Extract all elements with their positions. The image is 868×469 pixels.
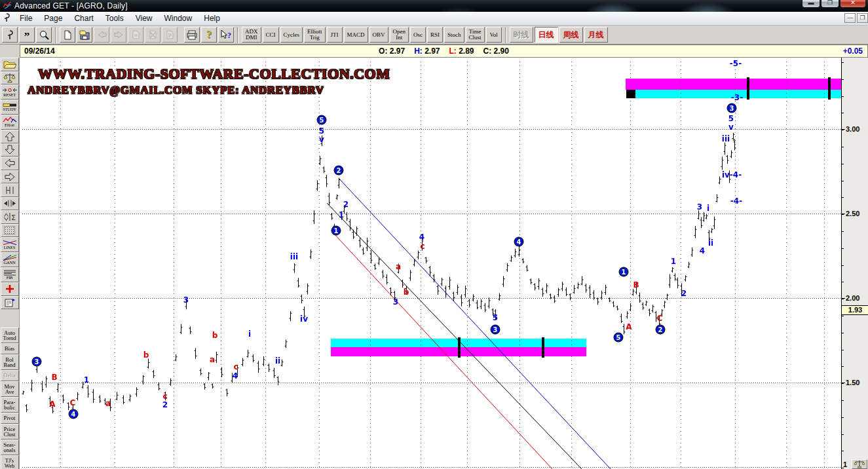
wave-label-3: 3	[183, 295, 189, 305]
wave-label-iii: iii	[722, 134, 730, 143]
zoom-button[interactable]	[36, 27, 52, 43]
elliott-trig-button[interactable]: ElliottTrig	[304, 27, 326, 43]
macd-button[interactable]: MACD	[344, 27, 368, 43]
menu-page[interactable]: Page	[38, 12, 68, 24]
scroll-up-button[interactable]	[1, 130, 19, 143]
tjs-web-button[interactable]: TJ'sWeb	[1, 455, 19, 469]
wave-label-B: B	[51, 373, 57, 382]
timeframe-weekly-button[interactable]: 周线	[559, 27, 583, 43]
osc-button[interactable]: Osc	[410, 27, 426, 43]
arrow-right-icon	[113, 30, 124, 39]
wave-label-1: 1	[671, 257, 676, 266]
scroll-left-button[interactable]	[1, 157, 19, 170]
quotes-button[interactable]: ”	[19, 27, 35, 43]
scroll-down-button[interactable]	[1, 143, 19, 157]
wave-label-2-circled: 2	[656, 325, 666, 335]
context-help-button[interactable]: ?	[218, 27, 234, 43]
wave-label-5: 5	[493, 313, 498, 322]
wave-label-v: v	[728, 122, 734, 132]
bias-button[interactable]: Bias	[1, 343, 19, 354]
study-button[interactable]: STUDY	[1, 100, 19, 115]
menu-file[interactable]: File	[14, 12, 38, 24]
elliott-button[interactable]: Elliott	[1, 115, 19, 130]
last-price-tag: 1.93	[842, 305, 868, 315]
crosshair-button[interactable]	[1, 282, 19, 296]
close-button[interactable]: ✕	[840, 0, 866, 8]
jti-button[interactable]: JTI	[327, 27, 343, 43]
adx-dmi-button[interactable]: ADXDMI	[242, 27, 261, 43]
title-bar: Advanced GET - [AGRO, Daily] ▬ ❐ ✕	[0, 0, 868, 12]
new-page-button[interactable]	[60, 27, 75, 43]
delta-button[interactable]: Delta	[1, 370, 19, 381]
open-chart-button[interactable]	[1, 58, 19, 71]
timeframe-daily-button[interactable]: 日线	[535, 27, 558, 43]
split-sigma-icon: Σ	[3, 212, 16, 221]
insert-page-button[interactable]	[162, 27, 178, 43]
scales-icon	[3, 73, 16, 83]
rsi-button[interactable]: RSI	[427, 27, 443, 43]
split-summary-button[interactable]: Σ	[1, 210, 19, 224]
cci-button[interactable]: CCI	[263, 27, 279, 43]
mov-ave-button[interactable]: MovAve	[1, 381, 19, 397]
wave-label--5-: -5-	[730, 59, 742, 68]
cycles-button[interactable]: Cycles	[280, 27, 303, 43]
vol-button[interactable]: Vol	[486, 27, 502, 43]
print-button[interactable]	[184, 27, 200, 43]
wave-label-c: c	[420, 242, 425, 251]
menu-chart[interactable]: Chart	[68, 12, 99, 24]
grid-button[interactable]	[1, 224, 19, 238]
tool-sidebar: RESETSTUDYElliottΣLINESGANNFIBAutoTrendB…	[0, 58, 20, 469]
svg-text:Σ: Σ	[11, 214, 16, 222]
scales-button[interactable]	[1, 71, 19, 85]
wave-label-iv: iv	[300, 314, 308, 324]
quote-high: 2.97	[425, 47, 440, 56]
parabolic-button[interactable]: Para-bolic	[1, 397, 19, 413]
chart-surface[interactable]	[20, 58, 841, 469]
maximize-button[interactable]: ❐	[821, 0, 839, 8]
scales-status-icon[interactable]	[852, 459, 867, 469]
obv-button[interactable]: OBV	[369, 27, 388, 43]
open-int-button[interactable]: OpenInt	[390, 27, 409, 43]
timeframe-intraday-button[interactable]: 时线	[510, 27, 533, 43]
scroll-right-button[interactable]	[1, 170, 19, 184]
wave-label-3-circled: 3	[727, 103, 737, 113]
wave-label-2-circled: 2	[334, 166, 344, 176]
wave-label-ii: ii	[708, 238, 713, 248]
gann-button[interactable]: GANN	[1, 252, 19, 267]
bol-band-button[interactable]: BolBand	[1, 354, 19, 370]
wave-label-3-circled: 3	[32, 357, 42, 367]
price-clust-button[interactable]: PriceClust	[1, 424, 19, 440]
axis-label-3.00: 3.00	[846, 125, 859, 133]
wave-label-2: 2	[162, 400, 168, 409]
menu-tools[interactable]: Tools	[100, 12, 130, 24]
next-page-button[interactable]	[111, 27, 126, 43]
menu-window[interactable]: Window	[159, 12, 198, 24]
properties-button[interactable]	[1, 296, 19, 310]
wave-label-iii: iii	[290, 252, 298, 261]
seasonals-button[interactable]: Seas-onals	[1, 440, 19, 455]
delete-page-button[interactable]	[145, 27, 160, 43]
mdi-minimize-button[interactable]: —	[844, 13, 856, 23]
menu-help[interactable]: Help	[198, 12, 226, 24]
mdi-restore-button[interactable]: ❐	[857, 13, 868, 23]
time-clust-button[interactable]: TimeClust	[466, 27, 485, 43]
copy-page-button[interactable]	[128, 27, 143, 43]
bar-spacing-button[interactable]	[1, 183, 19, 197]
save-button[interactable]	[77, 27, 92, 43]
menu-view[interactable]: View	[130, 12, 159, 24]
compress-bars-button[interactable]	[1, 197, 19, 211]
reset-button[interactable]: RESET	[1, 84, 19, 100]
app-icon	[3, 1, 12, 11]
wave-label-2: 2	[681, 289, 687, 298]
prev-page-button[interactable]	[94, 27, 109, 43]
pivot-button[interactable]: Pivot	[1, 413, 19, 424]
upper-band-end-marker	[626, 90, 635, 98]
fib-button[interactable]: FIB	[1, 267, 19, 282]
auto-trend-button[interactable]: AutoTrend	[1, 328, 19, 343]
stoch-button[interactable]: Stoch	[444, 27, 464, 43]
minimize-button[interactable]: ▬	[802, 0, 820, 8]
timeframe-monthly-button[interactable]: 月线	[584, 27, 608, 43]
lines-button[interactable]: LINES	[1, 237, 19, 252]
help-button[interactable]: ?	[201, 27, 217, 43]
pin-button[interactable]	[2, 27, 18, 43]
